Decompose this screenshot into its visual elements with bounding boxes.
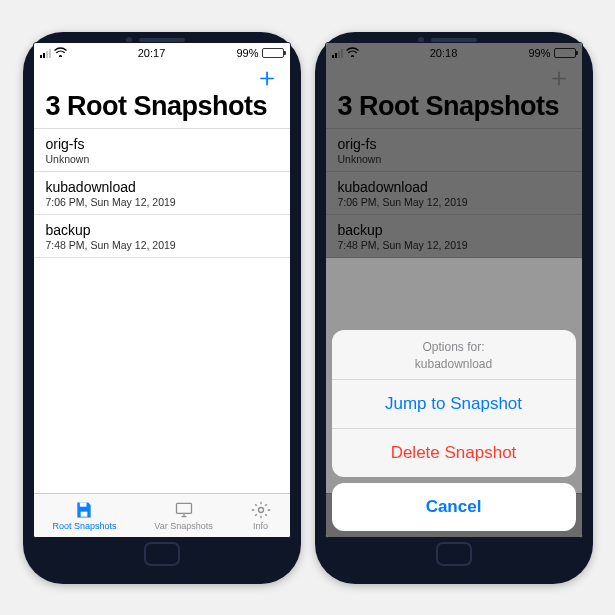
svg-point-3 [258,508,263,513]
tab-var-snapshots[interactable]: Var Snapshots [154,500,212,531]
list-item[interactable]: backup 7:48 PM, Sun May 12, 2019 [34,215,290,258]
tab-info[interactable]: Info [251,500,271,531]
tab-bar: Root Snapshots Var Snapshots Info [34,493,290,537]
home-button[interactable] [436,542,472,566]
gear-icon [251,500,271,520]
title-row: 3 Root Snapshots [34,91,290,129]
tab-root-snapshots[interactable]: Root Snapshots [52,500,116,531]
phone-right: 20:18 99% ＋ 3 Root Snapshots orig-fs Unk… [315,32,593,584]
battery-icon [262,48,284,58]
snapshot-name: kubadownload [46,179,278,195]
action-sheet-context: kubadownload [332,357,576,371]
modal-dimmer[interactable]: Options for: kubadownload Jump to Snapsh… [326,43,582,537]
snapshot-name: backup [46,222,278,238]
action-sheet-prefix: Options for: [422,340,484,354]
home-button[interactable] [144,542,180,566]
svg-rect-1 [81,512,88,517]
add-button[interactable]: ＋ [254,67,280,87]
monitor-icon [174,500,194,520]
status-bar: 20:17 99% [34,43,290,63]
action-sheet-header: Options for: kubadownload [332,330,576,379]
svg-rect-0 [80,503,87,507]
list-item[interactable]: orig-fs Unknown [34,129,290,172]
tab-label: Root Snapshots [52,521,116,531]
phone-left: 20:17 99% ＋ 3 Root Snapshots orig-fs Unk… [23,32,301,584]
cancel-button[interactable]: Cancel [332,483,576,531]
snapshot-subtitle: 7:06 PM, Sun May 12, 2019 [46,196,278,208]
list-item[interactable]: kubadownload 7:06 PM, Sun May 12, 2019 [34,172,290,215]
delete-snapshot-button[interactable]: Delete Snapshot [332,428,576,477]
nav-bar: ＋ [34,63,290,91]
jump-to-snapshot-button[interactable]: Jump to Snapshot [332,379,576,428]
tab-label: Info [253,521,268,531]
battery-percent: 99% [236,47,258,59]
wifi-icon [54,47,67,59]
page-title: 3 Root Snapshots [46,91,268,122]
action-sheet: Options for: kubadownload Jump to Snapsh… [332,330,576,477]
status-time: 20:17 [138,47,166,59]
svg-rect-2 [176,503,191,513]
screen-right: 20:18 99% ＋ 3 Root Snapshots orig-fs Unk… [325,42,583,538]
snapshot-subtitle: 7:48 PM, Sun May 12, 2019 [46,239,278,251]
tab-label: Var Snapshots [154,521,212,531]
signal-icon [40,49,51,58]
snapshot-name: orig-fs [46,136,278,152]
screen-left: 20:17 99% ＋ 3 Root Snapshots orig-fs Unk… [33,42,291,538]
save-icon [74,500,94,520]
snapshot-subtitle: Unknown [46,153,278,165]
